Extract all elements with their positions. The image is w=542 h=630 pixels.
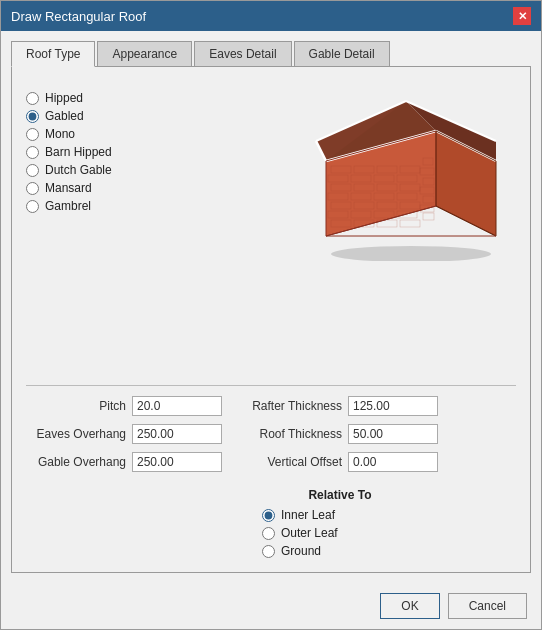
radio-barn-hipped[interactable]: Barn Hipped — [26, 145, 296, 159]
house-preview-panel — [296, 81, 516, 371]
roof-thickness-label: Roof Thickness — [242, 427, 342, 441]
eaves-overhang-row: Eaves Overhang — [26, 424, 222, 444]
tab-appearance[interactable]: Appearance — [97, 41, 192, 66]
gable-overhang-row: Gable Overhang — [26, 452, 222, 472]
radio-hipped[interactable]: Hipped — [26, 91, 296, 105]
vertical-offset-row: Vertical Offset — [242, 452, 438, 472]
ok-button[interactable]: OK — [380, 593, 439, 619]
relative-to-section: Relative To Inner Leaf Outer Leaf — [242, 488, 438, 558]
gable-overhang-label: Gable Overhang — [26, 455, 126, 469]
roof-thickness-row: Roof Thickness — [242, 424, 438, 444]
svg-rect-39 — [400, 220, 420, 227]
eaves-overhang-input[interactable] — [132, 424, 222, 444]
draw-rectangular-roof-dialog: Draw Rectangular Roof ✕ Roof Type Appear… — [0, 0, 542, 630]
rafter-thickness-row: Rafter Thickness — [242, 396, 438, 416]
pitch-label: Pitch — [26, 399, 126, 413]
dialog-title: Draw Rectangular Roof — [11, 9, 146, 24]
radio-dutch-gable[interactable]: Dutch Gable — [26, 163, 296, 177]
radio-outer-leaf[interactable]: Outer Leaf — [262, 526, 338, 540]
roof-thickness-input[interactable] — [348, 424, 438, 444]
svg-point-0 — [331, 246, 491, 261]
relative-to-title: Relative To — [242, 488, 438, 502]
roof-type-panel: Hipped Gabled Mono Barn Hipped — [26, 81, 296, 371]
vertical-offset-label: Vertical Offset — [242, 455, 342, 469]
radio-mono[interactable]: Mono — [26, 127, 296, 141]
tab-content: Hipped Gabled Mono Barn Hipped — [11, 67, 531, 573]
tab-bar: Roof Type Appearance Eaves Detail Gable … — [11, 41, 531, 67]
rafter-thickness-label: Rafter Thickness — [242, 399, 342, 413]
cancel-button[interactable]: Cancel — [448, 593, 527, 619]
bottom-buttons: OK Cancel — [1, 583, 541, 629]
radio-mansard[interactable]: Mansard — [26, 181, 296, 195]
fields-left: Pitch Eaves Overhang Gable Overhang — [26, 396, 222, 558]
radio-ground[interactable]: Ground — [262, 544, 321, 558]
fields-right: Rafter Thickness Roof Thickness Vertical… — [242, 396, 438, 558]
title-bar: Draw Rectangular Roof ✕ — [1, 1, 541, 31]
eaves-overhang-label: Eaves Overhang — [26, 427, 126, 441]
divider — [26, 385, 516, 386]
tab-gable-detail[interactable]: Gable Detail — [294, 41, 390, 66]
gable-overhang-input[interactable] — [132, 452, 222, 472]
svg-rect-40 — [423, 213, 434, 220]
fields-area: Pitch Eaves Overhang Gable Overhang Raft — [26, 396, 516, 558]
tab-eaves-detail[interactable]: Eaves Detail — [194, 41, 291, 66]
close-button[interactable]: ✕ — [513, 7, 531, 25]
vertical-offset-input[interactable] — [348, 452, 438, 472]
pitch-input[interactable] — [132, 396, 222, 416]
radio-inner-leaf[interactable]: Inner Leaf — [262, 508, 335, 522]
main-area: Hipped Gabled Mono Barn Hipped — [26, 81, 516, 371]
tab-roof-type[interactable]: Roof Type — [11, 41, 95, 67]
pitch-row: Pitch — [26, 396, 222, 416]
roof-type-radio-group: Hipped Gabled Mono Barn Hipped — [26, 81, 296, 213]
house-preview-svg — [306, 91, 506, 261]
rafter-thickness-input[interactable] — [348, 396, 438, 416]
relative-to-options: Inner Leaf Outer Leaf Ground — [242, 508, 438, 558]
dialog-body: Roof Type Appearance Eaves Detail Gable … — [1, 31, 541, 583]
radio-gabled[interactable]: Gabled — [26, 109, 296, 123]
radio-gambrel[interactable]: Gambrel — [26, 199, 296, 213]
